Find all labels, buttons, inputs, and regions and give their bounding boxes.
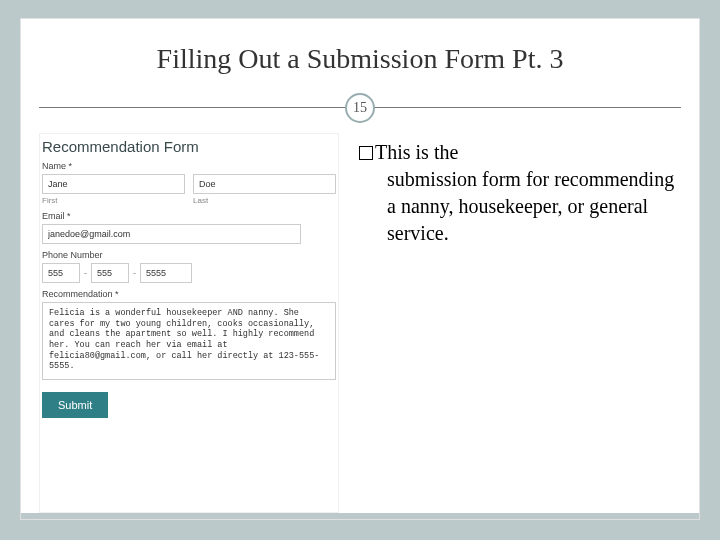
email-label: Email *	[42, 211, 336, 221]
phone-dash-2: -	[133, 268, 136, 278]
bullet-first-line: This is the	[375, 141, 458, 163]
email-input[interactable]	[42, 224, 301, 244]
phone-part1-input[interactable]	[42, 263, 80, 283]
phone-part2-input[interactable]	[91, 263, 129, 283]
phone-label: Phone Number	[42, 250, 336, 260]
last-name-input[interactable]	[193, 174, 336, 194]
form-heading: Recommendation Form	[42, 138, 336, 155]
name-label: Name *	[42, 161, 336, 171]
submit-button[interactable]: Submit	[42, 392, 108, 418]
slide-title: Filling Out a Submission Form Pt. 3	[21, 43, 699, 75]
recommendation-form-screenshot: Recommendation Form Name * First Last Em…	[39, 133, 339, 513]
phone-part3-input[interactable]	[140, 263, 192, 283]
last-name-sublabel: Last	[193, 196, 336, 205]
recommendation-textarea[interactable]	[42, 302, 336, 380]
first-name-sublabel: First	[42, 196, 185, 205]
footer-accent-bar	[21, 513, 699, 519]
square-bullet-icon	[359, 146, 373, 160]
first-name-input[interactable]	[42, 174, 185, 194]
recommendation-label: Recommendation *	[42, 289, 336, 299]
bullet-rest: submission form for recommending a nanny…	[387, 166, 681, 247]
bullet-paragraph: This is the submission form for recommen…	[359, 139, 681, 247]
phone-dash-1: -	[84, 268, 87, 278]
page-number-badge: 15	[345, 93, 375, 123]
